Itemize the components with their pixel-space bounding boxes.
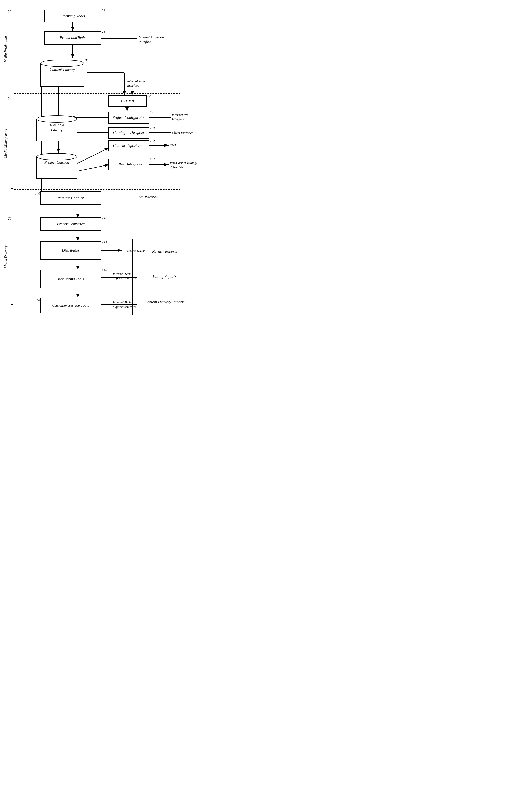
svg-line-17	[77, 165, 109, 171]
num-140: 140	[35, 191, 40, 195]
bracket-media-management	[11, 97, 14, 189]
svg-line-15	[77, 148, 109, 163]
num-148: 148	[35, 298, 40, 302]
project-configurator-box: Project Configurator	[108, 112, 149, 124]
catalogue-designer-box: Catalogue Designer	[108, 127, 149, 138]
dashed-line-2	[14, 189, 180, 190]
section-label-media-delivery: Media Delivery	[4, 221, 8, 293]
num-114: 114	[150, 157, 155, 161]
bracket-media-production	[11, 10, 14, 86]
num-30: 30	[85, 58, 89, 62]
xml-label: XML	[170, 143, 176, 147]
available-library-cylinder: AvailableLibrary	[36, 115, 77, 141]
num-22: 22	[147, 94, 151, 98]
content-delivery-reports-box: Content Delivery Reports	[133, 290, 196, 315]
num-112: 112	[150, 139, 155, 143]
monitoring-tools-box: Monitoring Tools	[40, 270, 101, 288]
c2dma-box: C2DMA	[108, 95, 147, 107]
num-144: 144	[102, 240, 107, 244]
royalty-reports-box: Royalty Reports	[133, 239, 196, 264]
ivr-label: IVR/Carrier Billing/QPass/etc	[170, 161, 197, 170]
http-mosms-label: HTTP/MOSMS	[139, 195, 159, 199]
num-92: 92	[150, 110, 153, 114]
diagram-container: Media Production 20 Licensing Tools 32 P…	[0, 0, 213, 322]
broker-converter-box: Broker/Converter	[40, 217, 101, 231]
request-handler-box: Request Handler	[40, 191, 101, 205]
internal-production-interface-label: Internal ProductionInterface	[139, 35, 166, 44]
num-28: 28	[102, 30, 105, 34]
section-label-media-production: Media Production	[4, 11, 8, 88]
content-library-cylinder: Content Library	[40, 60, 84, 87]
client-extranet-label: Client Extranet	[172, 131, 193, 135]
internal-pm-interface-label: Internal PMInterface	[172, 113, 189, 122]
bracket-media-delivery	[11, 217, 14, 305]
billing-interfaces-box: Billing Interfaces	[108, 159, 149, 170]
num-142: 142	[102, 216, 107, 220]
num-146: 146	[102, 268, 107, 272]
production-tools-box: ProductionTools	[44, 31, 101, 44]
internal-tech-interface-label: Internal TechInterface	[127, 79, 145, 88]
num-32: 32	[102, 8, 105, 13]
reports-group: Royalty Reports Billing Reports Content …	[132, 239, 197, 315]
distributor-box: Distributor	[40, 241, 101, 260]
num-110: 110	[150, 126, 155, 130]
licensing-tools-box: Licensing Tools	[44, 10, 101, 22]
section-label-media-management: Media Management	[4, 97, 8, 189]
billing-reports-box: Billing Reports	[133, 264, 196, 290]
customer-service-tools-box: Customer Service Tools	[40, 298, 101, 313]
content-export-tool-box: Content Export Tool	[108, 140, 149, 151]
dashed-line-1	[14, 93, 180, 94]
project-catalog-cylinder: Project Catalog	[36, 153, 77, 179]
